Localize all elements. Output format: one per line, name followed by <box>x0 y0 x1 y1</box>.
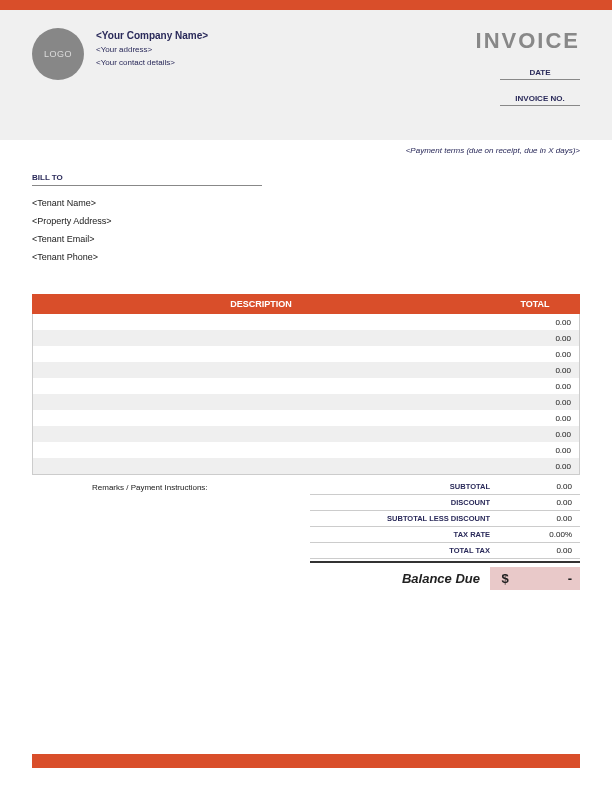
balance-row: Balance Due $ - <box>310 561 580 590</box>
total-tax-label: TOTAL TAX <box>310 546 500 555</box>
tenant-phone: <Tenant Phone> <box>32 248 580 266</box>
top-accent-bar <box>0 0 612 10</box>
company-name: <Your Company Name> <box>96 30 208 41</box>
tenant-address: <Property Address> <box>32 212 580 230</box>
row-total: 0.00 <box>489 366 579 375</box>
invoice-meta: INVOICE DATE INVOICE NO. <box>476 28 580 116</box>
total-tax-value: 0.00 <box>500 546 580 555</box>
tax-rate-label: TAX RATE <box>310 530 500 539</box>
table-row: 0.00 <box>33 458 579 474</box>
table-row: 0.00 <box>33 314 579 330</box>
table-row: 0.00 <box>33 330 579 346</box>
row-total: 0.00 <box>489 414 579 423</box>
table-row: 0.00 <box>33 410 579 426</box>
row-total: 0.00 <box>489 382 579 391</box>
logo-placeholder: LOGO <box>32 28 84 80</box>
company-block: LOGO <Your Company Name> <Your address> … <box>32 28 208 116</box>
discount-label: DISCOUNT <box>310 498 500 507</box>
invoice-title: INVOICE <box>476 28 580 54</box>
less-discount-value: 0.00 <box>500 514 580 523</box>
less-discount-row: SUBTOTAL LESS DISCOUNT 0.00 <box>310 511 580 527</box>
subtotal-row: SUBTOTAL 0.00 <box>310 479 580 495</box>
row-total: 0.00 <box>489 318 579 327</box>
balance-value: - <box>520 567 580 590</box>
header-total: TOTAL <box>490 294 580 314</box>
less-discount-label: SUBTOTAL LESS DISCOUNT <box>310 514 500 523</box>
company-contact: <Your contact details> <box>96 58 208 67</box>
items-header: DESCRIPTION TOTAL <box>32 294 580 314</box>
row-total: 0.00 <box>489 398 579 407</box>
row-total: 0.00 <box>489 430 579 439</box>
table-row: 0.00 <box>33 394 579 410</box>
bill-to-lines: <Tenant Name> <Property Address> <Tenant… <box>32 194 580 266</box>
date-label: DATE <box>500 64 580 80</box>
row-total: 0.00 <box>489 462 579 471</box>
bill-to-label: BILL TO <box>32 173 262 186</box>
items-table: DESCRIPTION TOTAL 0.000.000.000.000.000.… <box>32 294 580 475</box>
table-row: 0.00 <box>33 426 579 442</box>
content-area: BILL TO <Tenant Name> <Property Address>… <box>0 155 612 590</box>
row-total: 0.00 <box>489 350 579 359</box>
subtotal-value: 0.00 <box>500 482 580 491</box>
header-description: DESCRIPTION <box>32 294 490 314</box>
table-row: 0.00 <box>33 442 579 458</box>
invoice-number-label: INVOICE NO. <box>500 90 580 106</box>
tax-rate-row: TAX RATE 0.00% <box>310 527 580 543</box>
table-row: 0.00 <box>33 378 579 394</box>
table-row: 0.00 <box>33 346 579 362</box>
tax-rate-value: 0.00% <box>500 530 580 539</box>
tenant-email: <Tenant Email> <box>32 230 580 248</box>
items-body: 0.000.000.000.000.000.000.000.000.000.00 <box>32 314 580 475</box>
total-tax-row: TOTAL TAX 0.00 <box>310 543 580 559</box>
discount-value: 0.00 <box>500 498 580 507</box>
row-total: 0.00 <box>489 446 579 455</box>
balance-label: Balance Due <box>402 571 490 586</box>
balance-currency: $ <box>490 567 520 590</box>
row-total: 0.00 <box>489 334 579 343</box>
bottom-accent-bar <box>32 754 580 768</box>
summary-area: Remarks / Payment Instructions: SUBTOTAL… <box>32 479 580 590</box>
company-address: <Your address> <box>96 45 208 54</box>
discount-row: DISCOUNT 0.00 <box>310 495 580 511</box>
tenant-name: <Tenant Name> <box>32 194 580 212</box>
subtotal-label: SUBTOTAL <box>310 482 500 491</box>
table-row: 0.00 <box>33 362 579 378</box>
company-text: <Your Company Name> <Your address> <Your… <box>96 28 208 116</box>
totals-block: SUBTOTAL 0.00 DISCOUNT 0.00 SUBTOTAL LES… <box>310 479 580 590</box>
header-panel: LOGO <Your Company Name> <Your address> … <box>0 10 612 140</box>
payment-terms: <Payment terms (due on receipt, due in X… <box>0 140 612 155</box>
remarks-label: Remarks / Payment Instructions: <box>32 479 310 590</box>
